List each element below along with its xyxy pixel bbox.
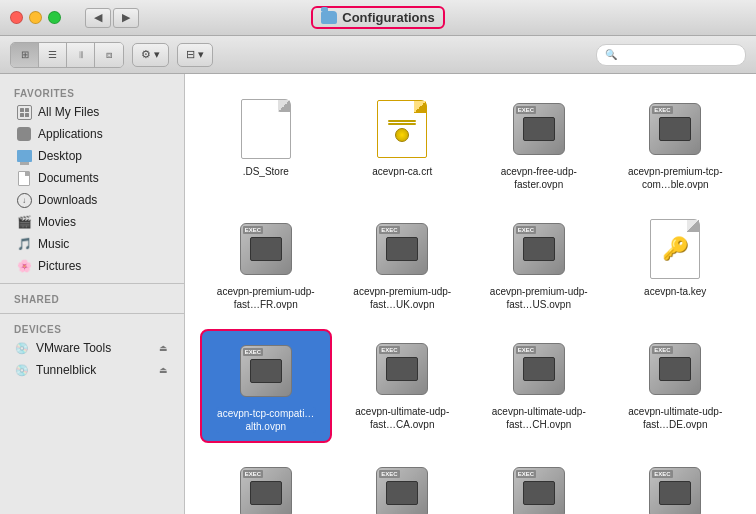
file-item-acevpn-ultimate-udp-fast-de[interactable]: EXEC acevpn-ultimate-udp-fast…DE.ovpn <box>610 329 742 443</box>
sidebar-item-label: Music <box>38 237 69 251</box>
file-item-acevpn-free-udp-faster[interactable]: EXEC acevpn-free-udp-faster.ovpn <box>473 89 605 199</box>
file-item-acevpn-ca-crt[interactable]: acevpn-ca.crt <box>337 89 469 199</box>
action-dropdown-arrow: ▾ <box>154 48 160 61</box>
file-item-acevpn-ultimate-udp-fast-ch[interactable]: EXEC acevpn-ultimate-udp-fast…CH.ovpn <box>473 329 605 443</box>
file-item-acevpn-tcp-compat-alth[interactable]: EXEC acevpn-tcp-compati…alth.ovpn <box>200 329 332 443</box>
folder-title-icon <box>321 11 337 24</box>
sidebar-item-label: Movies <box>38 215 76 229</box>
file-item-acevpn-ultimate-udp-fast-d[interactable]: EXEC acevpn-ultimate-udp-fast…D.ovpn <box>610 453 742 514</box>
file-item-acevpn-ultimate-udp-fast-lu[interactable]: EXEC acevpn-ultimate-udp-fast…LU.ovpn <box>473 453 605 514</box>
sidebar-item-label: Downloads <box>38 193 97 207</box>
tunnelblick-eject-button[interactable]: ⏏ <box>156 363 170 377</box>
tunnelblick-icon: 💿 <box>14 362 30 378</box>
arrange-button[interactable]: ⊟ ▾ <box>177 43 213 67</box>
sidebar-item-label: Pictures <box>38 259 81 273</box>
file-icon-container: 🔑 <box>643 217 707 281</box>
search-icon: 🔍 <box>605 49 617 60</box>
view-column-button[interactable]: ⫴ <box>67 43 95 67</box>
sidebar-item-vmware-tools[interactable]: 💿 VMware Tools ⏏ <box>0 337 184 359</box>
sidebar-item-label: All My Files <box>38 105 99 119</box>
main-content: FAVORITES All My Files Applications Desk… <box>0 74 756 514</box>
pictures-photo-icon: 🌸 <box>17 259 32 273</box>
file-item-acevpn-ultimate-udp-fast-ca[interactable]: EXEC acevpn-ultimate-udp-fast…CA.ovpn <box>337 329 469 443</box>
vmware-disk-icon: 💿 <box>15 342 29 355</box>
exec-file-icon: EXEC <box>240 345 292 397</box>
file-icon-container: EXEC <box>643 337 707 401</box>
exec-badge: EXEC <box>516 226 536 234</box>
vmware-icon: 💿 <box>14 340 30 356</box>
exec-file-icon: EXEC <box>513 223 565 275</box>
view-buttons: ⊞ ☰ ⫴ ⧈ <box>10 42 124 68</box>
file-item-ds-store[interactable]: .DS_Store <box>200 89 332 199</box>
file-item-acevpn-premium-udp-fast-uk[interactable]: EXEC acevpn-premium-udp-fast…UK.ovpn <box>337 209 469 319</box>
arrange-icon: ⊟ <box>186 48 195 61</box>
sidebar-item-pictures[interactable]: 🌸 Pictures <box>2 255 182 277</box>
exec-file-icon: EXEC <box>649 343 701 395</box>
file-label: acevpn-ultimate-udp-fast…DE.ovpn <box>625 405 725 431</box>
exec-file-icon: EXEC <box>376 343 428 395</box>
exec-badge: EXEC <box>516 470 536 478</box>
file-icon-container: EXEC <box>370 461 434 514</box>
favorites-section-label: FAVORITES <box>0 84 184 101</box>
window-title: Configurations <box>342 10 434 25</box>
file-label: acevpn-ca.crt <box>372 165 432 178</box>
all-files-grid-icon <box>17 105 32 120</box>
file-item-acevpn-ta-key[interactable]: 🔑 acevpn-ta.key <box>610 209 742 319</box>
vmware-eject-button[interactable]: ⏏ <box>156 341 170 355</box>
file-item-acevpn-premium-tcp-com-ble[interactable]: EXEC acevpn-premium-tcp-com…ble.ovpn <box>610 89 742 199</box>
exec-screen-icon <box>659 481 691 505</box>
sidebar-item-tunnelblick[interactable]: 💿 Tunnelblick ⏏ <box>0 359 184 381</box>
tunnelblick-disk-icon: 💿 <box>15 364 29 377</box>
view-icon-button[interactable]: ⊞ <box>11 43 39 67</box>
devices-section-label: DEVICES <box>0 320 184 337</box>
nav-buttons: ◀ ▶ <box>85 8 139 28</box>
file-item-acevpn-premium-udp-fast-us[interactable]: EXEC acevpn-premium-udp-fast…US.ovpn <box>473 209 605 319</box>
gear-icon: ⚙ <box>141 48 151 61</box>
file-item-acevpn-ultimate-udp-fast-es[interactable]: EXEC acevpn-ultimate-udp-fast…ES.ovpn <box>200 453 332 514</box>
key-file-icon: 🔑 <box>650 219 700 279</box>
toolbar: ⊞ ☰ ⫴ ⧈ ⚙ ▾ ⊟ ▾ 🔍 <box>0 36 756 74</box>
exec-badge: EXEC <box>652 346 672 354</box>
exec-screen-icon <box>659 117 691 141</box>
maximize-button[interactable] <box>48 11 61 24</box>
view-coverflow-button[interactable]: ⧈ <box>95 43 123 67</box>
exec-screen-icon <box>523 357 555 381</box>
file-label: acevpn-ultimate-udp-fast…CA.ovpn <box>352 405 452 431</box>
sidebar-item-applications[interactable]: Applications <box>2 123 182 145</box>
downloads-icon: ↓ <box>16 192 32 208</box>
file-label: acevpn-ultimate-udp-fast…CH.ovpn <box>489 405 589 431</box>
sidebar-item-all-my-files[interactable]: All My Files <box>2 101 182 123</box>
sidebar-item-desktop[interactable]: Desktop <box>2 145 182 167</box>
exec-badge: EXEC <box>379 470 399 478</box>
view-list-button[interactable]: ☰ <box>39 43 67 67</box>
file-icon-container: EXEC <box>643 97 707 161</box>
sidebar-divider-devices <box>0 313 184 314</box>
file-icon-container: EXEC <box>507 97 571 161</box>
action-button[interactable]: ⚙ ▾ <box>132 43 169 67</box>
documents-file-icon <box>18 171 30 186</box>
exec-badge: EXEC <box>243 226 263 234</box>
exec-screen-icon <box>250 481 282 505</box>
exec-badge: EXEC <box>379 346 399 354</box>
exec-badge: EXEC <box>652 106 672 114</box>
file-label: acevpn-premium-tcp-com…ble.ovpn <box>625 165 725 191</box>
apps-grid-icon <box>17 127 31 141</box>
exec-file-icon: EXEC <box>513 343 565 395</box>
search-box[interactable]: 🔍 <box>596 44 746 66</box>
exec-file-icon: EXEC <box>240 467 292 514</box>
close-button[interactable] <box>10 11 23 24</box>
file-item-acevpn-premium-udp-fast-fr[interactable]: EXEC acevpn-premium-udp-fast…FR.ovpn <box>200 209 332 319</box>
sidebar-item-movies[interactable]: 🎬 Movies <box>2 211 182 233</box>
file-item-acevpn-ultimate-udp-fast-it[interactable]: EXEC acevpn-ultimate-udp-fast…IT.ovpn <box>337 453 469 514</box>
sidebar-item-music[interactable]: 🎵 Music <box>2 233 182 255</box>
title-bar: ◀ ▶ Configurations <box>0 0 756 36</box>
minimize-button[interactable] <box>29 11 42 24</box>
sidebar-item-documents[interactable]: Documents <box>2 167 182 189</box>
forward-button[interactable]: ▶ <box>113 8 139 28</box>
exec-badge: EXEC <box>379 226 399 234</box>
sidebar-item-downloads[interactable]: ↓ Downloads <box>2 189 182 211</box>
file-icon-container: EXEC <box>370 217 434 281</box>
back-button[interactable]: ◀ <box>85 8 111 28</box>
exec-badge: EXEC <box>516 106 536 114</box>
sidebar-item-label: Tunnelblick <box>36 363 96 377</box>
